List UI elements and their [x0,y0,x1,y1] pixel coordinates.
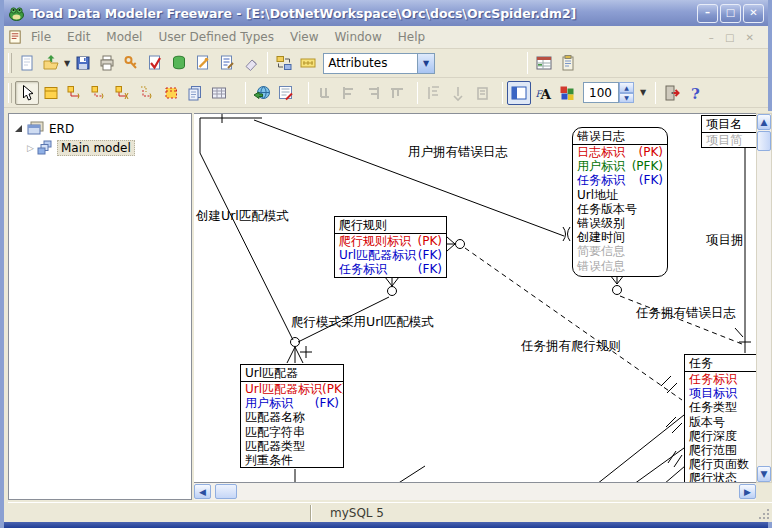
entity-url-matcher[interactable]: Url匹配器Url匹配器标识(PK)用户标识(FK)匹配器名称匹配字符串匹配器类… [240,364,344,468]
mdi-window-controls[interactable]: – □ ✕ [709,32,764,43]
export-model-icon[interactable] [274,81,298,105]
generate-sql-icon[interactable] [167,51,191,75]
convert-model-icon[interactable] [272,51,296,75]
new-entity-icon[interactable] [39,81,63,105]
zoom-down-icon[interactable]: ▼ [619,93,634,104]
open-model-icon[interactable] [39,51,63,75]
vertical-scroll-thumb[interactable] [757,131,771,151]
align-center-icon [337,81,361,105]
toolbar-grip[interactable] [8,83,12,103]
toolbar-separator [308,82,309,104]
verify-model-icon[interactable] [119,51,143,75]
panel-toggle-icon[interactable] [507,81,531,105]
svg-text:?: ? [691,84,700,102]
open-dropdown-caret[interactable]: ▼ [64,59,70,68]
toolbar-standard: ▼ Attributes ▼ [4,49,768,78]
close-button[interactable]: ✕ [743,4,764,23]
relationship-label[interactable]: 任务拥有错误日志 [636,305,736,322]
entity-field: 爬行规则标识(PK) [335,234,446,248]
scroll-down-icon[interactable]: ▼ [757,466,771,482]
relationship-identifying-icon[interactable] [63,81,87,105]
entity-task[interactable]: 任务任务标识项目标识任务类型版本号爬行深度爬行范围爬行页面数爬行状态 [684,354,756,483]
entity-field: 错误级别 [573,216,667,230]
zoom-dropdown-caret[interactable]: ▼ [640,88,646,97]
object-type-combobox[interactable]: Attributes ▼ [323,53,435,74]
menu-model[interactable]: Model [98,27,150,47]
entity-field: 判重条件 [241,453,343,467]
colors-icon[interactable] [555,81,579,105]
horizontal-scroll-thumb[interactable] [215,484,237,499]
menu-user-defined-types[interactable]: User Defined Types [150,27,282,47]
select-pointer-icon[interactable] [15,81,39,105]
relationship-label[interactable]: 创建Url匹配模式 [196,208,289,225]
entity-field: 任务版本号 [573,202,667,216]
entity-title: 任务 [685,355,756,372]
relationship-non-identifying-icon[interactable] [87,81,111,105]
diagram-canvas[interactable]: 错误日志日志标识(PK)用户标识(PFK)任务标识(FK)Url地址任务版本号错… [194,113,756,483]
zoom-value[interactable]: 100 [583,82,619,103]
entity-field: 匹配字符串 [241,425,343,439]
scroll-left-icon[interactable]: ◀ [194,484,211,499]
zoom-spinner[interactable]: 100 ▲ ▼ [583,82,634,103]
menu-edit[interactable]: Edit [59,27,98,47]
tree-node-erd-label[interactable]: ERD [49,122,74,136]
tree-node-erd[interactable]: ERD [9,120,191,137]
tree-node-main-model[interactable]: ▷ Main model [9,139,191,156]
save-icon[interactable] [71,51,95,75]
entity-project[interactable]: 项目名项目简 [701,115,756,148]
entity-field: Url地址 [573,188,667,202]
report-icon[interactable] [532,51,556,75]
new-model-icon[interactable] [15,51,39,75]
edit-script-icon[interactable] [215,51,239,75]
reverse-engineer-icon[interactable] [250,81,274,105]
menu-view[interactable]: View [282,27,326,47]
relationship-label[interactable]: 任务拥有爬行规则 [521,338,621,355]
to-do-list-icon[interactable] [556,51,580,75]
font-icon[interactable]: FA [531,81,555,105]
new-view-icon[interactable] [159,81,183,105]
entity-field: 爬行页面数 [685,457,756,471]
maximize-button[interactable]: □ [720,4,741,23]
vertical-scrollbar[interactable]: ▲ ▼ [756,113,772,483]
entity-crawl-rule[interactable]: 爬行规则爬行规则标识(PK)Url匹配器标识(FK)任务标识(FK) [334,216,447,278]
entity-field: 爬行范围 [685,443,756,457]
window-bottom-border [4,522,768,528]
model-settings-icon[interactable] [191,51,215,75]
menu-help[interactable]: Help [390,27,433,47]
relationship-mn-icon[interactable] [111,81,135,105]
relationship-label[interactable]: 爬行模式采用Url匹配模式 [291,314,434,331]
new-note-icon[interactable] [183,81,207,105]
resize-grip[interactable] [758,508,770,520]
zoom-up-icon[interactable]: ▲ [619,82,634,93]
toolbar-separator [267,52,268,74]
attribute-ruler-icon[interactable] [296,51,320,75]
exit-icon[interactable] [660,81,684,105]
tree-collapsed-icon[interactable]: ▷ [27,143,34,153]
check-model-icon[interactable] [143,51,167,75]
tree-node-main-model-label[interactable]: Main model [57,140,135,156]
scroll-right-icon[interactable]: ▶ [739,484,756,499]
align-left-icon [313,81,337,105]
entity-field: 日志标识(PK) [573,145,667,159]
relationship-label[interactable]: 项目拥 [706,232,744,249]
scroll-up-icon[interactable]: ▲ [757,114,771,130]
horizontal-scrollbar[interactable]: ◀ ▶ [194,483,756,500]
toolbar-separator [527,52,528,74]
toolbar-grip[interactable] [8,53,12,73]
menu-window[interactable]: Window [326,27,389,47]
entity-title: 项目名 [702,116,756,133]
entity-error-log[interactable]: 错误日志日志标识(PK)用户标识(PFK)任务标识(FK)Url地址任务版本号错… [572,127,668,277]
entity-field: 任务标识(FK) [573,173,667,187]
tree-expanded-icon[interactable] [15,125,22,132]
combobox-dropdown-icon[interactable]: ▼ [417,54,434,73]
menu-file[interactable]: File [23,27,59,47]
print-icon[interactable] [95,51,119,75]
entity-title: 爬行规则 [335,217,446,234]
help-icon[interactable]: ? [684,81,708,105]
minimize-button[interactable]: – [697,4,718,23]
entity-field: 用户标识(FK) [241,396,343,410]
clear-icon[interactable] [239,51,263,75]
relationship-label[interactable]: 用户拥有错误日志 [408,144,508,161]
new-grid-icon[interactable] [207,81,231,105]
relationship-self-icon[interactable] [135,81,159,105]
